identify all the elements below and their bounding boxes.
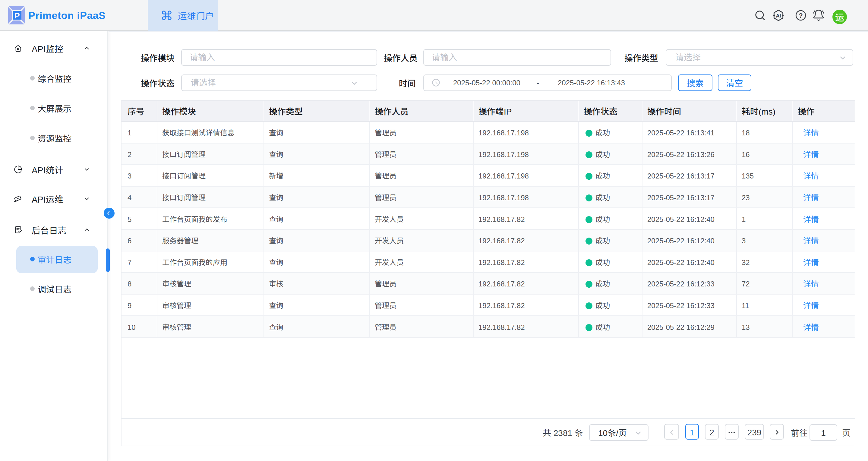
svg-text:?: ? <box>799 12 803 19</box>
svg-text:P: P <box>14 11 20 20</box>
svg-text:AI: AI <box>776 13 781 19</box>
